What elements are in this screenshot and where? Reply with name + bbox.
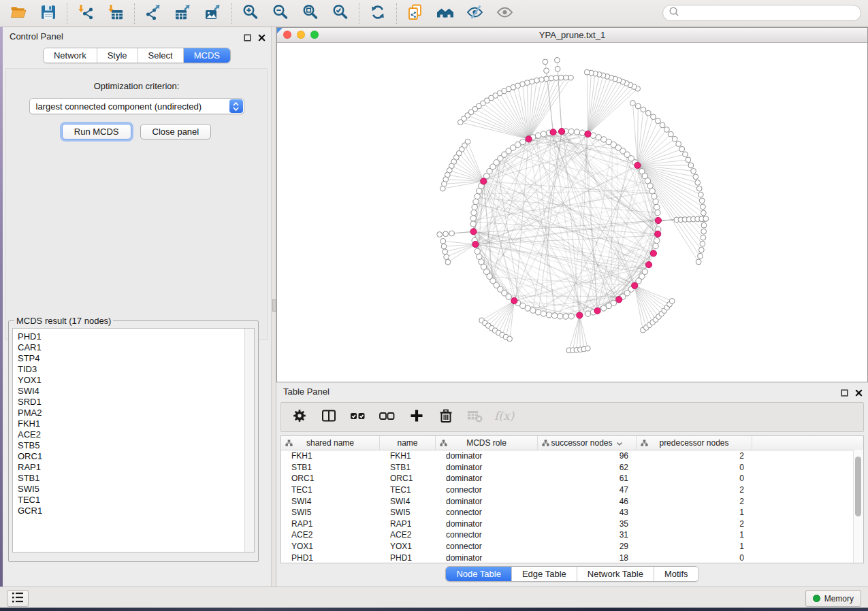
network-node[interactable] [546,312,551,318]
mcds-result-node[interactable]: SRD1 [13,397,254,408]
network-node[interactable] [698,192,703,197]
network-node[interactable] [574,129,579,135]
network-node[interactable] [473,199,479,204]
network-node[interactable] [649,188,655,194]
network-node[interactable] [441,244,447,249]
network-node[interactable] [652,193,657,199]
table-row[interactable]: STB1STB1dominator620 [281,462,863,474]
network-node[interactable] [700,241,705,246]
mcds-hub-node[interactable] [632,282,638,288]
mcds-hub-node[interactable] [526,136,532,142]
network-node[interactable] [653,199,658,204]
network-node[interactable] [654,237,660,243]
close-panel-icon[interactable] [855,387,863,399]
tab-network[interactable]: Network [44,48,97,63]
toolbar-button-export-image[interactable] [204,4,223,23]
network-node[interactable] [653,243,658,248]
network-node[interactable] [701,235,706,240]
mcds-result-node[interactable]: STB1 [13,473,254,484]
network-node[interactable] [655,210,660,215]
table-scrollbar-thumb[interactable] [855,457,861,516]
network-window-titlebar[interactable]: YPA_prune.txt_1 [277,28,867,43]
network-node[interactable] [437,232,443,237]
toolbar-button-zoom-fit[interactable] [301,4,320,23]
network-node[interactable] [672,136,677,142]
float-panel-icon[interactable] [841,387,848,399]
network-node[interactable] [445,259,451,265]
table-row[interactable]: FKH1FKH1dominator962 [281,450,863,462]
network-node[interactable] [635,103,641,109]
table-toolbar-button-show-columns[interactable] [320,408,338,426]
network-node[interactable] [696,186,702,191]
mcds-result-node[interactable]: PHD1 [13,331,254,342]
network-node[interactable] [471,210,477,215]
column-header-name[interactable]: name [380,436,436,450]
network-node[interactable] [535,133,541,138]
network-node[interactable] [630,101,636,106]
mcds-hub-node[interactable] [558,129,564,135]
toolbar-button-first-neighbors[interactable] [436,4,455,23]
mcds-result-node[interactable]: RAP1 [13,462,254,473]
table-toolbar-button-delete-column[interactable] [437,408,455,426]
toolbar-button-clone-network[interactable] [406,4,425,23]
mcds-hub-node[interactable] [472,242,479,248]
toolbar-button-export-table[interactable] [174,4,193,23]
network-node[interactable] [568,75,574,80]
mcds-hub-node[interactable] [594,308,600,314]
network-node[interactable] [440,238,446,244]
mcds-result-node[interactable]: FKH1 [13,418,254,429]
network-node[interactable] [701,222,707,228]
network-node[interactable] [563,75,568,80]
network-node[interactable] [443,249,448,254]
network-node[interactable] [444,254,449,260]
network-node[interactable] [539,77,545,82]
node-table[interactable]: shared namenameMCDS rolesuccessor nodesp… [280,435,864,563]
table-row[interactable]: TEC1TEC1connector472 [281,484,863,496]
table-toolbar-button-deselect-all[interactable] [379,408,396,426]
mcds-result-node[interactable]: YOX1 [13,375,254,386]
window-maximize-button[interactable] [310,31,319,39]
table-row[interactable]: YOX1YOX1connector291 [281,541,863,552]
network-node[interactable] [679,146,685,152]
panel-splitter[interactable] [271,27,276,587]
column-header-predecessor-nodes[interactable]: predecessor nodes [637,436,752,450]
table-toolbar-button-table-settings[interactable] [291,408,308,426]
run-mcds-button[interactable]: Run MCDS [62,124,131,139]
network-node[interactable] [669,131,674,137]
mcds-hub-node[interactable] [511,297,517,303]
network-node[interactable] [699,198,705,203]
tab-style[interactable]: Style [97,48,138,63]
table-toolbar-button-create-column[interactable] [408,408,425,426]
criterion-dropdown[interactable]: largest connected component (undirected) [29,98,244,114]
network-node[interactable] [655,118,660,124]
table-row[interactable]: SWI4SWI4dominator462 [281,495,863,507]
mcds-result-list[interactable]: PHD1CAR1STP4TID3YOX1SWI4SRD1PMA2FKH1ACE2… [12,328,255,552]
table-scrollbar[interactable] [853,450,863,563]
mcds-hub-node[interactable] [577,312,583,318]
network-node[interactable] [554,57,560,63]
network-node[interactable] [568,314,574,319]
network-node[interactable] [475,248,480,254]
network-node[interactable] [579,130,585,135]
network-node[interactable] [696,259,701,265]
mcds-result-node[interactable]: TID3 [13,364,254,375]
toolbar-button-apply-layout[interactable] [368,4,387,23]
tab-mcds[interactable]: MCDS [183,48,230,63]
network-node[interactable] [558,75,564,80]
column-header-shared-name[interactable]: shared name [281,436,380,450]
network-node[interactable] [698,253,703,259]
toolbar-button-import-network[interactable] [76,4,95,23]
network-node[interactable] [443,231,449,237]
window-minimize-button[interactable] [297,31,305,39]
table-toolbar-button-select-all[interactable] [349,408,367,426]
network-node[interactable] [641,107,646,112]
network-node[interactable] [693,174,698,180]
network-node[interactable] [568,129,574,134]
mcds-hub-node[interactable] [634,162,641,168]
mcds-hub-node[interactable] [550,129,556,135]
network-node[interactable] [695,180,701,186]
search-input[interactable] [683,7,856,19]
network-node[interactable] [563,314,568,319]
network-node[interactable] [535,310,541,315]
toolbar-button-export-network[interactable] [144,4,163,23]
